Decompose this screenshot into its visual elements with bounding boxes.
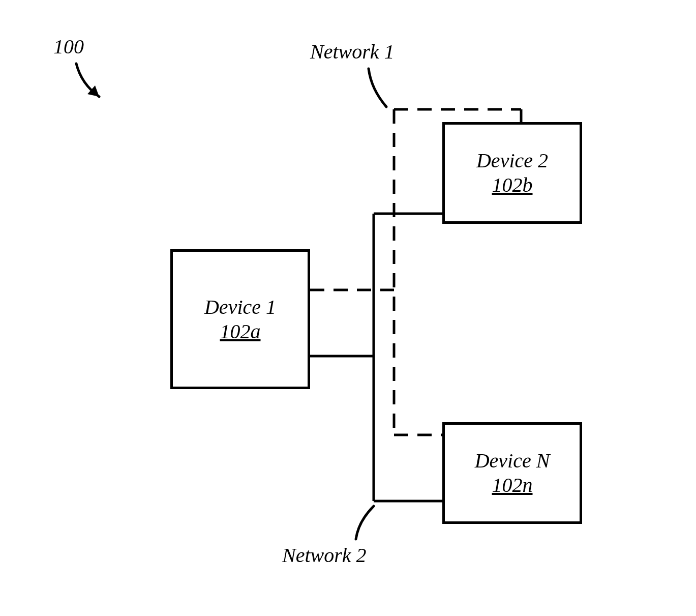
network-2-lines xyxy=(0,0,696,616)
diagram-stage: 100 Network 1 Network 2 Device 1 102a De… xyxy=(0,0,696,616)
